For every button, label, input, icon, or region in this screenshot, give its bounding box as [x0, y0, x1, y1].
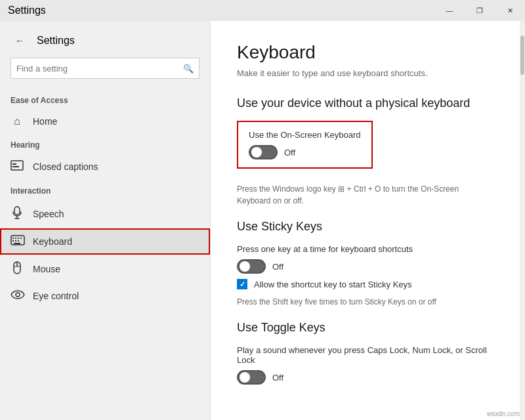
search-input[interactable] — [16, 64, 183, 74]
close-button[interactable]: ✕ — [495, 0, 525, 21]
onscreen-keyboard-label: Use the On-Screen Keyboard — [249, 130, 361, 140]
keyboard-icon — [10, 235, 24, 248]
eye-control-icon — [10, 290, 24, 302]
hearing-section-label: Hearing — [0, 134, 210, 154]
sticky-knob — [240, 261, 250, 272]
sticky-keys-checkbox-row: Allow the shortcut key to start Sticky K… — [237, 279, 499, 289]
sticky-keys-checkbox-label: Allow the shortcut key to start Sticky K… — [254, 280, 412, 289]
onscreen-keyboard-note: Press the Windows logo key ⊞ + Ctrl + O … — [237, 183, 499, 207]
toggle-keys-toggle-label: Off — [272, 373, 284, 383]
sticky-keys-toggle[interactable] — [237, 259, 266, 274]
sidebar-item-closed-captions[interactable]: Closed captions — [0, 154, 210, 180]
scrollbar-track[interactable] — [520, 21, 525, 420]
titlebar-controls: — ❐ ✕ — [434, 0, 525, 21]
section1-heading: Use your device without a physical keybo… — [237, 96, 499, 110]
onscreen-keyboard-block: Use the On-Screen Keyboard Off — [237, 121, 373, 169]
titlebar-left: Settings — [8, 5, 46, 16]
svg-rect-3 — [14, 207, 20, 215]
closed-captions-icon — [10, 160, 24, 173]
speech-icon — [10, 206, 24, 222]
toggle-keys-block: Play a sound whenever you press Caps Loc… — [237, 345, 499, 385]
content-area: Keyboard Make it easier to type and use … — [210, 21, 525, 420]
svg-rect-7 — [12, 238, 14, 239]
svg-rect-2 — [12, 166, 19, 167]
watermark: wsxdn.com — [487, 410, 520, 417]
titlebar: Settings — ❐ ✕ — [0, 0, 525, 21]
sidebar-item-mouse-label: Mouse — [33, 264, 60, 274]
maximize-button[interactable]: ❐ — [465, 0, 495, 21]
sticky-keys-desc: Press one key at a time for keyboard sho… — [237, 244, 499, 254]
svg-rect-0 — [11, 161, 23, 170]
svg-rect-11 — [12, 240, 14, 242]
search-icon: 🔍 — [183, 64, 194, 74]
svg-rect-10 — [20, 238, 22, 239]
toggle-keys-toggle[interactable] — [237, 370, 266, 385]
sticky-keys-checkbox[interactable] — [237, 279, 247, 289]
minimize-button[interactable]: — — [434, 0, 465, 21]
sidebar-item-speech[interactable]: Speech — [0, 200, 210, 228]
sidebar-header: ← Settings — [0, 26, 210, 58]
onscreen-keyboard-toggle[interactable] — [249, 145, 278, 159]
sidebar-item-speech-label: Speech — [33, 209, 64, 219]
sticky-keys-block: Press one key at a time for keyboard sho… — [237, 244, 499, 308]
mouse-icon — [10, 261, 24, 277]
svg-rect-14 — [14, 243, 20, 244]
ease-of-access-label: Ease of Access — [0, 89, 210, 109]
sidebar: ← Settings 🔍 Ease of Access ⌂ Home Heari… — [0, 21, 210, 420]
sidebar-item-closed-captions-label: Closed captions — [33, 161, 98, 172]
toggle-keys-toggle-row: Off — [237, 370, 499, 385]
section3-heading: Use Toggle Keys — [237, 321, 499, 335]
scrollbar-thumb[interactable] — [520, 35, 524, 75]
sidebar-item-keyboard-label: Keyboard — [33, 236, 72, 247]
svg-rect-9 — [18, 238, 19, 239]
svg-rect-1 — [12, 163, 16, 165]
page-subtitle: Make it easier to type and use keyboard … — [237, 68, 499, 78]
svg-rect-13 — [18, 240, 19, 242]
svg-point-18 — [16, 293, 20, 297]
main-window: ← Settings 🔍 Ease of Access ⌂ Home Heari… — [0, 21, 525, 420]
sidebar-app-title: Settings — [37, 35, 75, 47]
sticky-keys-toggle-label: Off — [272, 262, 284, 272]
sticky-keys-toggle-row: Off — [237, 259, 499, 274]
svg-rect-8 — [15, 238, 16, 239]
svg-rect-12 — [15, 240, 16, 242]
sticky-keys-note: Press the Shift key five times to turn S… — [237, 296, 499, 308]
sidebar-item-keyboard[interactable]: Keyboard — [0, 228, 210, 255]
toggle-keys-desc: Play a sound whenever you press Caps Loc… — [237, 345, 499, 365]
onscreen-keyboard-toggle-row: Off — [249, 145, 361, 159]
sidebar-item-eye-control-label: Eye control — [33, 291, 79, 301]
toggle-keys-knob — [240, 372, 250, 383]
interaction-section-label: Interaction — [0, 180, 210, 200]
home-icon: ⌂ — [10, 116, 24, 127]
back-icon: ← — [15, 35, 24, 46]
sidebar-item-home-label: Home — [33, 116, 57, 127]
page-title: Keyboard — [237, 42, 499, 63]
toggle-knob — [251, 147, 262, 158]
titlebar-title: Settings — [8, 5, 46, 16]
sidebar-item-eye-control[interactable]: Eye control — [0, 284, 210, 308]
sidebar-item-home[interactable]: ⌂ Home — [0, 109, 210, 134]
section2-heading: Use Sticky Keys — [237, 220, 499, 234]
sidebar-item-mouse[interactable]: Mouse — [0, 255, 210, 284]
search-box[interactable]: 🔍 — [10, 58, 200, 79]
onscreen-keyboard-toggle-label: Off — [284, 148, 295, 158]
back-button[interactable]: ← — [10, 32, 29, 50]
